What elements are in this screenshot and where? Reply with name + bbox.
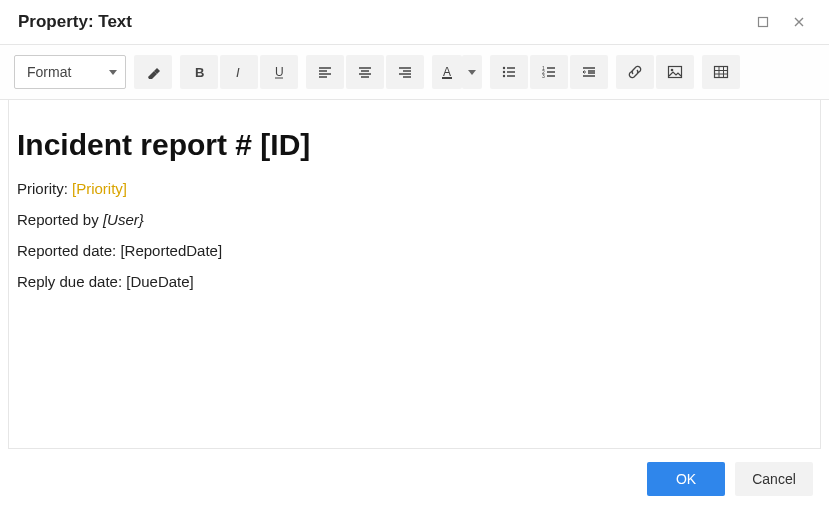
svg-text:I: I xyxy=(236,65,240,79)
italic-icon: I xyxy=(232,65,246,79)
bold-button[interactable]: B xyxy=(180,55,218,89)
align-left-icon xyxy=(318,65,332,79)
svg-point-14 xyxy=(671,69,674,72)
maximize-icon xyxy=(757,16,769,28)
table-button[interactable] xyxy=(702,55,740,89)
chevron-down-icon xyxy=(109,70,117,75)
bullet-list-button[interactable] xyxy=(490,55,528,89)
svg-point-8 xyxy=(503,71,505,73)
svg-rect-15 xyxy=(715,67,728,78)
priority-line: Priority: [Priority] xyxy=(17,180,812,197)
cancel-button[interactable]: Cancel xyxy=(735,462,813,496)
numbered-list-button[interactable]: 123 xyxy=(530,55,568,89)
svg-point-7 xyxy=(503,67,505,69)
chevron-down-icon xyxy=(468,70,476,75)
svg-text:A: A xyxy=(443,65,451,79)
image-icon xyxy=(667,64,683,80)
reported-date-value: [ReportedDate] xyxy=(120,242,222,259)
image-button[interactable] xyxy=(656,55,694,89)
due-date-line: Reply due date: [DueDate] xyxy=(17,273,812,290)
svg-text:3: 3 xyxy=(542,73,545,79)
align-center-button[interactable] xyxy=(346,55,384,89)
dialog-footer: OK Cancel xyxy=(0,449,829,509)
editor-area[interactable]: Incident report # [ID] Priority: [Priori… xyxy=(8,100,821,449)
svg-rect-0 xyxy=(759,18,768,27)
svg-point-9 xyxy=(503,75,505,77)
titlebar: Property: Text xyxy=(0,0,829,44)
reported-date-line: Reported date: [ReportedDate] xyxy=(17,242,812,259)
eraser-icon xyxy=(145,64,161,80)
svg-rect-13 xyxy=(669,67,682,78)
outdent-button[interactable] xyxy=(570,55,608,89)
reported-date-label: Reported date: xyxy=(17,242,120,259)
close-icon xyxy=(793,16,805,28)
link-button[interactable] xyxy=(616,55,654,89)
priority-value: [Priority] xyxy=(72,180,127,197)
font-color-icon: A xyxy=(440,65,454,79)
reported-by-value: [User} xyxy=(103,211,144,228)
align-center-icon xyxy=(358,65,372,79)
bullet-list-icon xyxy=(502,65,516,79)
align-right-icon xyxy=(398,65,412,79)
numbered-list-icon: 123 xyxy=(542,65,556,79)
format-select[interactable]: Format xyxy=(14,55,126,89)
outdent-icon xyxy=(582,65,596,79)
svg-text:B: B xyxy=(195,65,204,79)
reported-by-line: Reported by [User} xyxy=(17,211,812,228)
heading-line: Incident report # [ID] xyxy=(17,128,812,162)
svg-rect-6 xyxy=(442,77,452,79)
property-text-dialog: Property: Text Format B xyxy=(0,0,829,509)
toolbar: Format B I U xyxy=(0,44,829,100)
underline-button[interactable]: U xyxy=(260,55,298,89)
italic-button[interactable]: I xyxy=(220,55,258,89)
clear-formatting-button[interactable] xyxy=(134,55,172,89)
link-icon xyxy=(627,64,643,80)
priority-label: Priority: xyxy=(17,180,72,197)
due-date-value: [DueDate] xyxy=(126,273,194,290)
ok-button[interactable]: OK xyxy=(647,462,725,496)
align-left-button[interactable] xyxy=(306,55,344,89)
close-button[interactable] xyxy=(781,4,817,40)
font-color-dropdown[interactable] xyxy=(462,55,482,89)
svg-text:U: U xyxy=(275,65,284,79)
align-right-button[interactable] xyxy=(386,55,424,89)
font-color-button[interactable]: A xyxy=(432,55,462,89)
dialog-title: Property: Text xyxy=(18,12,745,32)
due-date-label: Reply due date: xyxy=(17,273,126,290)
underline-icon: U xyxy=(272,65,286,79)
reported-by-label: Reported by xyxy=(17,211,103,228)
table-icon xyxy=(713,64,729,80)
bold-icon: B xyxy=(192,65,206,79)
font-color-split: A xyxy=(432,55,482,89)
format-select-label: Format xyxy=(27,64,71,80)
maximize-button[interactable] xyxy=(745,4,781,40)
